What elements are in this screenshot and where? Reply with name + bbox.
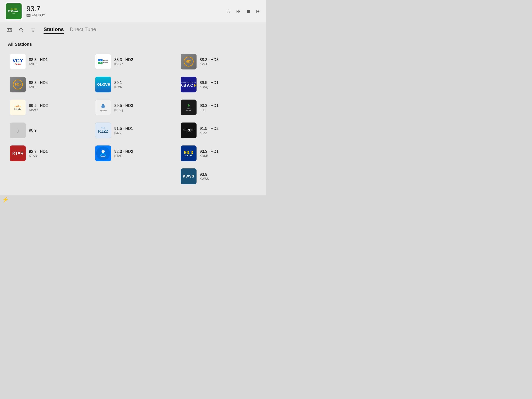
now-playing-frequency: 93.7 — [26, 5, 222, 13]
station-call: FLR — [200, 108, 219, 112]
station-logo-kbach: Classical 89.5 fm KBACH — [181, 76, 196, 92]
station-freq: 90.3 · HD1 — [200, 103, 219, 108]
station-logo-family-radio: F R FamilyRadio — [95, 54, 111, 70]
station-item-family-radio[interactable]: F R FamilyRadio 88.3 · HD2 KVCP — [93, 52, 173, 71]
station-item-909[interactable]: ♪ 90.9 — [8, 120, 87, 140]
tab-stations[interactable]: Stations — [44, 26, 64, 34]
station-logo-hd4: HD) — [10, 76, 26, 92]
station-item-sun-sounds[interactable]: Sun Soundsof Arizona 89.5 · HD3 KBAQ — [93, 98, 173, 117]
svg-line-5 — [22, 31, 24, 32]
favorite-button[interactable]: ☆ — [226, 8, 232, 15]
station-call: KBAQ — [200, 85, 219, 89]
svg-point-1 — [10, 29, 12, 31]
station-item-kjzz-hd2[interactable]: KJZZjazz HD PHX 91.5 · HD2 KJZZ — [179, 120, 258, 140]
next-button[interactable]: ⏭ — [255, 8, 261, 15]
station-info-sun-sounds: 89.5 · HD3 KBAQ — [114, 103, 133, 112]
station-info-hd4: 88.3 · HD4 KVCP — [29, 80, 48, 89]
station-info-hd3: 88.3 · HD3 KVCP — [200, 57, 219, 66]
station-logo-kjzz-hd1: 91.5 KJZZ — [95, 122, 111, 138]
station-call: KTAR — [29, 154, 48, 158]
station-call: KVCP — [200, 62, 219, 66]
station-logo-ktar-hd1: KTAR — [10, 146, 26, 161]
station-info-kjzz-hd1: 91.5 · HD1 KJZZ — [114, 126, 133, 135]
station-logo-sun-sounds: Sun Soundsof Arizona — [95, 100, 111, 115]
now-playing-info: 93.7 HD FM KOY — [26, 5, 222, 17]
station-logo-kwss: KWSS — [181, 168, 196, 184]
station-item-hd3[interactable]: HD) 88.3 · HD3 KVCP — [179, 52, 258, 71]
station-call: KVCP — [114, 62, 133, 66]
station-logo-933: 93.3 ALT▲AZ — [181, 146, 196, 161]
station-call: KVCP — [29, 62, 48, 66]
stations-grid: VCY RADIO 88.3 · HD1 KVCP HD) 8 — [8, 52, 258, 186]
station-item-kwss[interactable]: KWSS 93.9 KWSS — [179, 166, 258, 186]
station-info-kwss: 93.9 KWSS — [200, 172, 209, 181]
station-column-2: F R FamilyRadio 88.3 · HD2 KVCP — [93, 52, 173, 186]
station-freq: 92.3 · HD2 — [114, 149, 133, 154]
station-item-hd4[interactable]: HD) 88.3 · HD4 KVCP — [8, 75, 87, 95]
station-item-ktar-hd2[interactable]: 92.3 · HD2 KTAR — [93, 144, 173, 163]
station-freq: 90.9 — [29, 128, 37, 133]
station-logo-ktar-hd2 — [95, 146, 111, 161]
station-item-vcy[interactable]: VCY RADIO 88.3 · HD1 KVCP — [8, 52, 87, 71]
station-freq: 92.3 · HD1 — [29, 149, 48, 154]
station-info-909: 90.9 — [29, 128, 37, 133]
station-info-kjzz-hd2: 91.5 · HD2 KJZZ — [200, 126, 219, 135]
station-call: KJZZ — [114, 131, 133, 135]
station-logo-vcy: VCY RADIO — [10, 54, 26, 70]
station-logo-family-life: FamilyLife Radio — [181, 100, 196, 115]
station-info-kbach: 89.5 · HD1 KBAQ — [200, 80, 219, 89]
station-freq: 89.5 · HD2 — [29, 103, 48, 108]
station-info-family-radio: 88.3 · HD2 KVCP — [114, 57, 133, 66]
station-freq: 88.3 · HD4 — [29, 80, 48, 85]
station-call: KWSS — [200, 177, 209, 181]
station-item-family-life[interactable]: FamilyLife Radio 90.3 · HD1 FLR — [179, 98, 258, 117]
station-freq: 93.3 · HD1 — [200, 149, 219, 154]
station-item-radio-bilingue[interactable]: radio bilingüe 89.5 · HD2 KBAQ — [8, 98, 87, 117]
svg-point-12 — [101, 150, 105, 153]
prev-button[interactable]: ⏮ — [235, 8, 241, 15]
filter-icon[interactable] — [30, 26, 37, 34]
hd-icon: HD) — [13, 80, 23, 89]
station-freq: 89.5 · HD1 — [200, 80, 219, 85]
station-logo-kjzz-jazz: KJZZjazz HD PHX — [181, 122, 196, 138]
now-playing-station-name: HD FM KOY — [26, 13, 222, 17]
station-logo-hd3: HD) — [181, 54, 196, 70]
hd-badge: HD — [26, 14, 31, 17]
station-column-1: VCY RADIO 88.3 · HD1 KVCP HD) 8 — [8, 52, 87, 186]
now-playing-bar: 93.7 1580 El Patrón radio 93.7 HD FM KOY… — [0, 0, 266, 23]
station-freq: 89.1 — [114, 80, 122, 85]
station-call: KBAQ — [114, 108, 133, 112]
station-info-vcy: 88.3 · HD1 KVCP — [29, 57, 48, 66]
station-info-ktar-hd2: 92.3 · HD2 KTAR — [114, 149, 133, 158]
svg-point-10 — [102, 104, 104, 106]
station-item-kbach[interactable]: Classical 89.5 fm KBACH 89.5 · HD1 KBAQ — [179, 75, 258, 95]
station-item-ktar-hd1[interactable]: KTAR 92.3 · HD1 KTAR — [8, 144, 87, 163]
station-call: KTAR — [114, 154, 133, 158]
station-info-933: 93.3 · HD1 KDKB — [200, 149, 219, 158]
station-item-klove[interactable]: K·LOVE 89.1 KLVK — [93, 75, 173, 95]
station-logo-radio-bilingue: radio bilingüe — [10, 100, 26, 115]
station-call: KDKB — [200, 154, 219, 158]
station-item-933[interactable]: 93.3 ALT▲AZ 93.3 · HD1 KDKB — [179, 144, 258, 163]
station-freq: 91.5 · HD2 — [200, 126, 219, 131]
station-freq: 89.5 · HD3 — [114, 103, 133, 108]
station-call: KJZZ — [200, 131, 219, 135]
search-icon[interactable] — [18, 26, 25, 34]
browse-icon[interactable] — [6, 26, 13, 34]
station-freq: 88.3 · HD2 — [114, 57, 133, 62]
station-freq: 88.3 · HD3 — [200, 57, 219, 62]
stop-button[interactable]: ⏹ — [245, 8, 251, 15]
tab-direct-tune[interactable]: Direct Tune — [70, 26, 96, 34]
station-column-3: HD) 88.3 · HD3 KVCP Classical 89.5 fm KB… — [179, 52, 258, 186]
station-freq: 88.3 · HD1 — [29, 57, 48, 62]
main-area: Stations Direct Tune ⚡ All Stations VCY … — [0, 23, 266, 195]
station-item-kjzz-hd1[interactable]: 91.5 KJZZ 91.5 · HD1 KJZZ — [93, 120, 173, 140]
station-freq: 91.5 · HD1 — [114, 126, 133, 131]
station-logo-klove: K·LOVE — [95, 76, 111, 92]
toolbar: Stations Direct Tune — [0, 23, 266, 36]
hd-icon-2: HD) — [184, 57, 194, 66]
toolbar-tabs: Stations Direct Tune — [44, 26, 96, 34]
section-title: All Stations — [8, 42, 258, 47]
station-call: KBAQ — [29, 108, 48, 112]
station-info-radio-bilingue: 89.5 · HD2 KBAQ — [29, 103, 48, 112]
